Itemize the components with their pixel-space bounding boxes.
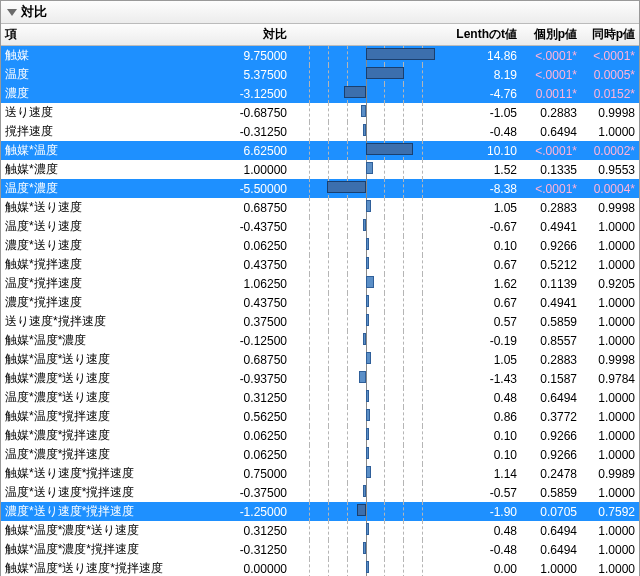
cell-contrast: -0.37500 [191, 483, 291, 502]
cell-p-ind: <.0001* [521, 179, 581, 198]
cell-term: 触媒*濃度 [1, 160, 191, 179]
table-row[interactable]: 濃度*送り速度0.062500.100.92661.0000 [1, 236, 639, 255]
cell-p-ind: 0.6494 [521, 521, 581, 540]
cell-tvalue: 0.67 [441, 293, 521, 312]
cell-contrast: 0.37500 [191, 312, 291, 331]
cell-term: 触媒*送り速度*撹拌速度 [1, 464, 191, 483]
table-row[interactable]: 触媒*濃度*撹拌速度0.062500.100.92661.0000 [1, 426, 639, 445]
cell-p-sim: 1.0000 [581, 540, 639, 559]
table-row[interactable]: 撹拌速度-0.31250-0.480.64941.0000 [1, 122, 639, 141]
cell-p-sim: 1.0000 [581, 445, 639, 464]
cell-p-sim: 1.0000 [581, 426, 639, 445]
cell-p-ind: 0.2883 [521, 198, 581, 217]
table-row[interactable]: 濃度*撹拌速度0.437500.670.49411.0000 [1, 293, 639, 312]
table-row[interactable]: 濃度-3.12500-4.760.0011*0.0152* [1, 84, 639, 103]
table-row[interactable]: 温度*送り速度-0.43750-0.670.49411.0000 [1, 217, 639, 236]
cell-contrast: 0.31250 [191, 388, 291, 407]
cell-tvalue: -1.05 [441, 103, 521, 122]
table-row[interactable]: 触媒*温度*送り速度0.687501.050.28830.9998 [1, 350, 639, 369]
table-row[interactable]: 触媒*温度*撹拌速度0.562500.860.37721.0000 [1, 407, 639, 426]
col-p-ind[interactable]: 個別p値 [521, 24, 581, 46]
table-row[interactable]: 触媒*温度*濃度-0.12500-0.190.85571.0000 [1, 331, 639, 350]
col-contrast[interactable]: 対比 [191, 24, 291, 46]
cell-contrast: 0.06250 [191, 426, 291, 445]
cell-contrast: 0.75000 [191, 464, 291, 483]
cell-bar [291, 388, 441, 407]
cell-bar [291, 179, 441, 198]
cell-tvalue: 1.52 [441, 160, 521, 179]
bar-icon [366, 200, 371, 212]
cell-p-sim: 0.9205 [581, 274, 639, 293]
cell-term: 温度*濃度*送り速度 [1, 388, 191, 407]
bar-icon [366, 428, 369, 440]
cell-term: 温度*撹拌速度 [1, 274, 191, 293]
table-row[interactable]: 触媒*送り速度0.687501.050.28830.9998 [1, 198, 639, 217]
table-row[interactable]: 触媒*温度*送り速度*撹拌速度0.000000.001.00001.0000 [1, 559, 639, 576]
table-row[interactable]: 濃度*送り速度*撹拌速度-1.25000-1.900.07050.7592 [1, 502, 639, 521]
cell-tvalue: 0.67 [441, 255, 521, 274]
cell-p-sim: 1.0000 [581, 331, 639, 350]
cell-p-sim: 0.9998 [581, 103, 639, 122]
col-tvalue[interactable]: Lenthのt値 [441, 24, 521, 46]
cell-p-ind: 0.2883 [521, 103, 581, 122]
cell-p-ind: 0.5859 [521, 312, 581, 331]
cell-bar [291, 312, 441, 331]
table-row[interactable]: 温度*濃度*撹拌速度0.062500.100.92661.0000 [1, 445, 639, 464]
cell-p-ind: 0.5859 [521, 483, 581, 502]
cell-p-sim: 0.0002* [581, 141, 639, 160]
table-row[interactable]: 温度5.375008.19<.0001*0.0005* [1, 65, 639, 84]
cell-tvalue: 1.62 [441, 274, 521, 293]
col-term[interactable]: 項 [1, 24, 191, 46]
cell-bar [291, 46, 441, 66]
table-row[interactable]: 触媒*濃度1.000001.520.13350.9553 [1, 160, 639, 179]
cell-p-ind: 0.4941 [521, 217, 581, 236]
cell-contrast: -0.93750 [191, 369, 291, 388]
table-row[interactable]: 温度*送り速度*撹拌速度-0.37500-0.570.58591.0000 [1, 483, 639, 502]
cell-p-sim: <.0001* [581, 46, 639, 66]
cell-tvalue: -0.67 [441, 217, 521, 236]
cell-p-sim: 0.7592 [581, 502, 639, 521]
cell-term: 触媒*濃度*送り速度 [1, 369, 191, 388]
cell-p-ind: 0.2883 [521, 350, 581, 369]
cell-term: 濃度 [1, 84, 191, 103]
cell-bar [291, 141, 441, 160]
table-row[interactable]: 触媒*温度*濃度*撹拌速度-0.31250-0.480.64941.0000 [1, 540, 639, 559]
bar-icon [359, 371, 366, 383]
table-row[interactable]: 温度*濃度-5.50000-8.38<.0001*0.0004* [1, 179, 639, 198]
cell-bar [291, 103, 441, 122]
contrast-panel: 対比 項 対比 Lenthのt値 個別p値 同時p値 触媒9.7500014.8… [0, 0, 640, 576]
cell-contrast: 0.68750 [191, 350, 291, 369]
bar-icon [344, 86, 366, 98]
disclosure-triangle-icon[interactable] [7, 9, 17, 16]
cell-p-sim: 0.9989 [581, 464, 639, 483]
table-row[interactable]: 触媒*送り速度*撹拌速度0.750001.140.24780.9989 [1, 464, 639, 483]
col-p-sim[interactable]: 同時p値 [581, 24, 639, 46]
bar-icon [366, 390, 369, 402]
table-row[interactable]: 触媒*温度6.6250010.10<.0001*0.0002* [1, 141, 639, 160]
cell-bar [291, 445, 441, 464]
cell-contrast: -0.31250 [191, 122, 291, 141]
cell-term: 温度*送り速度 [1, 217, 191, 236]
table-row[interactable]: 温度*撹拌速度1.062501.620.11390.9205 [1, 274, 639, 293]
table-row[interactable]: 温度*濃度*送り速度0.312500.480.64941.0000 [1, 388, 639, 407]
cell-bar [291, 122, 441, 141]
cell-term: 温度*送り速度*撹拌速度 [1, 483, 191, 502]
cell-p-sim: 1.0000 [581, 388, 639, 407]
bar-icon [366, 447, 369, 459]
table-row[interactable]: 触媒9.7500014.86<.0001*<.0001* [1, 46, 639, 66]
cell-contrast: -5.50000 [191, 179, 291, 198]
table-row[interactable]: 触媒*撹拌速度0.437500.670.52121.0000 [1, 255, 639, 274]
table-row[interactable]: 触媒*濃度*送り速度-0.93750-1.430.15870.9784 [1, 369, 639, 388]
panel-header[interactable]: 対比 [1, 1, 639, 24]
cell-tvalue: 10.10 [441, 141, 521, 160]
table-row[interactable]: 触媒*温度*濃度*送り速度0.312500.480.64941.0000 [1, 521, 639, 540]
table-row[interactable]: 送り速度*撹拌速度0.375000.570.58591.0000 [1, 312, 639, 331]
cell-term: 触媒*送り速度 [1, 198, 191, 217]
cell-contrast: 9.75000 [191, 46, 291, 66]
bar-icon [366, 295, 369, 307]
cell-contrast: -1.25000 [191, 502, 291, 521]
table-row[interactable]: 送り速度-0.68750-1.050.28830.9998 [1, 103, 639, 122]
bar-icon [366, 67, 404, 79]
cell-term: 触媒*温度*送り速度 [1, 350, 191, 369]
cell-contrast: 0.43750 [191, 255, 291, 274]
